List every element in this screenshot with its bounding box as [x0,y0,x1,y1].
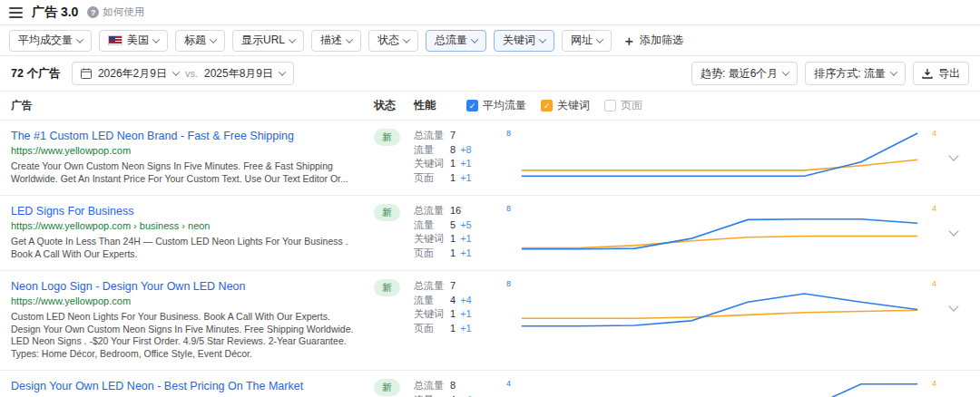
date-from[interactable]: 2026年2月9日 [98,66,167,82]
metric-delta: +5 [460,218,472,233]
metric-value: 1 [450,307,456,322]
table-row: LED Signs For Business https://www.yello… [0,196,980,271]
filter-url[interactable]: 网址 [562,30,612,52]
metric-value: 1 [450,247,456,261]
metric-label: 总流量 [414,379,450,393]
chevron-down-icon [152,35,160,43]
chart-right-axis-label: 4 [932,204,936,213]
ad-description: Create Your Own Custom Neon Signs In Fiv… [11,160,374,185]
date-range-picker[interactable]: 2026年2月9日 vs. 2025年8月9日 [72,62,294,85]
ad-url: https://www.yellowpop.com [11,144,374,158]
chevron-down-icon [210,35,217,43]
status-badge: 新 [374,129,400,146]
traffic-trend-chart [519,379,920,397]
filter-label: 标题 [184,33,206,48]
chart-cell: 8 4 [505,204,938,257]
sort-button[interactable]: 排序方式: 流量 [805,62,906,85]
chart-cell: 8 4 [505,129,938,181]
filter-total-traffic[interactable]: 总流量 [426,30,486,52]
chart-cell: 4 4 [505,379,938,397]
filter-label: 关键词 [503,33,535,48]
legend-avg-traffic[interactable]: ✓ 平均流量 [466,98,526,113]
metric-label: 页面 [414,322,450,336]
filter-label: 网址 [571,33,593,48]
chevron-down-icon [289,35,296,43]
ad-cell: LED Signs For Business https://www.yello… [11,204,374,260]
filter-label: 显示URL [241,33,285,48]
metric-delta: +1 [460,232,472,247]
metric-label: 页面 [414,247,450,261]
chart-right-axis-label: 4 [932,129,936,138]
ad-title-link[interactable]: LED Signs For Business [11,204,374,218]
status-cell: 新 [374,204,414,221]
legend-label: 关键词 [557,98,590,113]
filter-keywords[interactable]: 关键词 [494,30,554,52]
metric-label: 流量 [414,393,450,397]
traffic-trend-chart [519,204,920,257]
metrics-cell: 总流量16 流量5+5 关键词1+1 页面1+1 [414,204,505,260]
metric-value: 8 [450,143,456,158]
export-button[interactable]: 导出 [913,62,969,85]
add-filter-button[interactable]: ＋ 添加筛选 [622,33,683,48]
filter-avg-volume[interactable]: 平均成交量 [9,30,92,52]
ad-title-link[interactable]: Design Your Own LED Neon - Best Pricing … [11,379,374,393]
filter-status[interactable]: 状态 [368,30,418,52]
legend-pages[interactable]: 页面 [604,98,642,113]
row-expand-cell [938,279,969,310]
date-to[interactable]: 2025年8月9日 [204,66,273,82]
table-header: 广告 状态 性能 ✓ 平均流量 ✓ 关键词 页面 [0,91,980,121]
legend-keywords[interactable]: ✓ 关键词 [541,98,590,113]
trend-range-button[interactable]: 趋势: 最近6个月 [691,62,798,85]
chevron-down-icon[interactable] [948,226,958,236]
checkbox-checked-icon: ✓ [466,100,478,111]
chevron-down-icon [403,35,410,43]
add-filter-label: 添加筛选 [640,33,683,48]
metric-delta: +8 [460,143,472,158]
ad-cell: Design Your Own LED Neon - Best Pricing … [11,379,374,397]
chevron-down-icon[interactable] [948,301,958,311]
filter-label: 状态 [377,33,399,48]
ad-url: https://www.yellowpop.com [11,295,374,308]
help-link[interactable]: ? 如何使用 [87,5,144,19]
status-cell: 新 [374,129,414,146]
ad-title-link[interactable]: The #1 Custom LED Neon Brand - Fast & Fr… [11,129,374,143]
filter-label: 美国 [127,33,149,48]
metric-value: 8 [450,379,456,393]
metric-delta: +1 [460,247,472,261]
hamburger-menu-icon[interactable] [9,7,23,18]
metric-label: 流量 [414,218,450,233]
chart-right-axis-label: 4 [932,279,936,288]
filter-description[interactable]: 描述 [311,30,361,52]
checkbox-checked-icon: ✓ [541,100,553,111]
filter-label: 描述 [320,33,342,48]
help-label: 如何使用 [103,5,144,19]
metric-label: 总流量 [414,129,450,143]
metric-delta: +1 [460,307,472,322]
ad-cell: The #1 Custom LED Neon Brand - Fast & Fr… [11,129,374,185]
filter-display-url[interactable]: 显示URL [232,30,304,52]
metric-value: 1 [450,322,456,336]
chart-left-axis-label: 8 [506,204,511,213]
traffic-trend-chart [519,279,920,332]
filter-title[interactable]: 标题 [175,30,225,52]
metric-value: 7 [450,279,456,294]
ad-title-link[interactable]: Neon Logo Sign - Design Your Own LED Neo… [11,279,374,294]
filter-country[interactable]: 美国 [99,30,168,52]
metric-value: 4 [450,393,456,397]
chart-right-axis-label: 4 [932,379,936,388]
metric-label: 总流量 [414,279,450,294]
metric-label: 关键词 [414,232,450,247]
metric-value: 1 [450,157,456,171]
metrics-cell: 总流量8 流量4+4 关键词1+1 页面1+1 [414,379,505,397]
table-row: Neon Logo Sign - Design Your Own LED Neo… [0,271,980,371]
row-expand-cell [938,129,969,160]
page-title: 广告 3.0 [32,5,78,21]
chevron-down-icon[interactable] [948,150,958,160]
ad-cell: Neon Logo Sign - Design Your Own LED Neo… [11,279,374,360]
chart-legend: ✓ 平均流量 ✓ 关键词 页面 [466,98,642,113]
filter-label: 总流量 [435,33,467,48]
ad-description: Custom LED Neon Lights For Your Business… [11,311,374,360]
filter-label: 平均成交量 [18,33,73,48]
question-icon: ? [87,6,99,18]
row-expand-cell [938,379,969,397]
